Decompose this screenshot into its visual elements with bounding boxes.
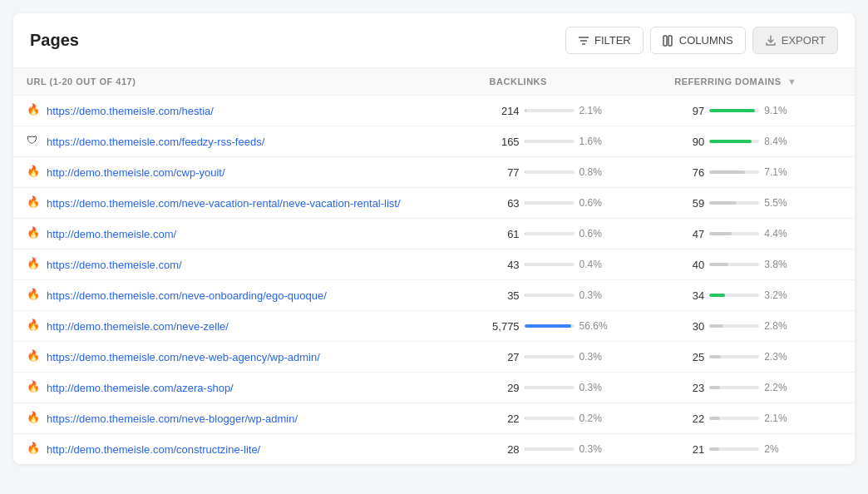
table-row: 🔥 http://demo.themeisle.com/neve-zelle/ … [13,311,855,342]
columns-button[interactable]: COLUMNS [650,27,746,54]
referring-cell: 40 3.8% [674,259,841,271]
url-link[interactable]: http://demo.themeisle.com/azera-shop/ [47,382,234,394]
referring-bar-track [709,109,759,112]
url-link[interactable]: https://demo.themeisle.com/ [47,259,182,271]
referring-bar-fill [709,109,755,112]
referring-count: 90 [674,136,704,148]
backlinks-bar-track [525,263,575,266]
referring-count: 22 [674,412,704,425]
backlinks-count: 27 [490,351,520,363]
referring-cell: 59 5.5% [674,197,841,210]
table-row: 🔥 https://demo.themeisle.com/neve-vacati… [13,188,855,219]
url-cell: 🔥 http://demo.themeisle.com/neve-zelle/ [27,319,463,333]
referring-pct: 7.1% [764,166,791,178]
filter-button[interactable]: FILTER [565,27,644,54]
table-row: 🛡 https://demo.themeisle.com/feedzy-rss-… [13,126,855,157]
backlinks-count: 35 [490,289,520,302]
backlinks-pct: 0.3% [579,351,606,363]
referring-cell: 34 3.2% [674,289,841,302]
referring-count: 47 [674,228,704,240]
referring-bar-fill [709,140,751,143]
referring-bar-fill [709,232,731,235]
backlinks-count: 29 [490,382,520,394]
backlinks-cell: 27 0.3% [490,351,649,363]
url-cell: 🔥 http://demo.themeisle.com/cwp-youit/ [27,165,463,179]
referring-cell: 97 9.1% [674,105,841,117]
col-header-referring[interactable]: REFERRING DOMAINS ▼ [661,68,855,96]
url-link[interactable]: https://demo.themeisle.com/neve-vacation… [47,197,401,210]
backlinks-bar-fill [525,232,525,235]
referring-bar-track [709,294,759,297]
backlinks-bar-track [525,109,575,112]
export-button[interactable]: EXPORT [752,27,838,54]
referring-count: 21 [674,443,704,456]
url-cell: 🛡 https://demo.themeisle.com/feedzy-rss-… [27,135,463,148]
table-row: 🔥 https://demo.themeisle.com/ 43 0.4% 40… [13,249,855,280]
referring-bar-fill [709,417,720,420]
backlinks-pct: 0.8% [579,166,606,178]
url-link[interactable]: https://demo.themeisle.com/feedzy-rss-fe… [47,136,264,148]
url-link[interactable]: https://demo.themeisle.com/neve-onboardi… [47,289,327,302]
url-link[interactable]: http://demo.themeisle.com/ [47,228,176,240]
referring-pct: 3.2% [764,289,791,301]
url-link[interactable]: https://demo.themeisle.com/neve-blogger/… [47,412,298,425]
favicon: 🔥 [27,104,40,117]
referring-cell: 30 2.8% [674,320,841,333]
backlinks-cell: 28 0.3% [490,443,649,456]
table-container: URL (1-20 OUT OF 417) BACKLINKS REFERRIN… [13,68,855,464]
url-link[interactable]: http://demo.themeisle.com/neve-zelle/ [47,320,229,333]
backlinks-pct: 0.3% [579,443,606,455]
backlinks-count: 28 [490,443,520,456]
table-row: 🔥 http://demo.themeisle.com/constructzin… [13,434,855,465]
columns-icon [663,35,674,47]
backlinks-pct: 0.2% [579,412,606,424]
export-icon [765,35,777,47]
backlinks-cell: 165 1.6% [490,136,649,148]
referring-cell: 90 8.4% [674,136,841,148]
backlinks-count: 77 [490,166,520,179]
sort-icon: ▼ [787,77,796,86]
referring-pct: 2.3% [764,351,791,363]
filter-icon [578,35,589,47]
referring-cell: 22 2.1% [674,412,841,425]
backlinks-cell: 29 0.3% [490,382,649,394]
url-link[interactable]: https://demo.themeisle.com/neve-web-agen… [47,351,320,363]
url-cell: 🔥 https://demo.themeisle.com/neve-vacati… [27,196,463,210]
table-row: 🔥 https://demo.themeisle.com/neve-web-ag… [13,342,855,373]
pages-table: URL (1-20 OUT OF 417) BACKLINKS REFERRIN… [13,68,855,464]
backlinks-cell: 214 2.1% [490,105,649,117]
backlinks-pct: 0.3% [579,382,606,393]
url-link[interactable]: http://demo.themeisle.com/cwp-youit/ [47,166,225,179]
referring-bar-fill [709,355,721,358]
favicon: 🔥 [27,227,40,240]
backlinks-bar-fill [525,109,526,112]
url-cell: 🔥 http://demo.themeisle.com/constructzin… [27,442,463,456]
url-cell: 🔥 https://demo.themeisle.com/hestia/ [27,104,463,117]
svg-rect-3 [663,36,667,46]
backlinks-cell: 43 0.4% [490,259,649,271]
referring-bar-fill [709,324,723,328]
backlinks-cell: 22 0.2% [490,412,649,425]
backlinks-cell: 5,775 56.6% [490,320,649,333]
backlinks-bar-track [525,447,575,451]
url-link[interactable]: http://demo.themeisle.com/constructzine-… [47,443,260,456]
referring-pct: 3.8% [764,259,791,270]
referring-count: 30 [674,320,704,333]
backlinks-pct: 0.6% [579,197,606,209]
backlinks-pct: 56.6% [579,320,608,332]
page-header: Pages FILTER [13,13,855,68]
url-link[interactable]: https://demo.themeisle.com/hestia/ [47,105,214,117]
referring-bar-fill [709,263,728,266]
referring-cell: 47 4.4% [674,228,841,240]
backlinks-bar-track [525,170,575,174]
referring-bar-track [709,447,759,451]
referring-bar-track [709,417,759,420]
col-header-url: URL (1-20 OUT OF 417) [13,68,476,96]
referring-pct: 5.5% [764,197,791,209]
favicon: 🔥 [27,381,40,394]
favicon: 🔥 [27,196,40,210]
table-header: URL (1-20 OUT OF 417) BACKLINKS REFERRIN… [13,68,855,96]
referring-bar-fill [709,294,725,297]
referring-count: 25 [674,351,704,363]
backlinks-count: 61 [490,228,520,240]
